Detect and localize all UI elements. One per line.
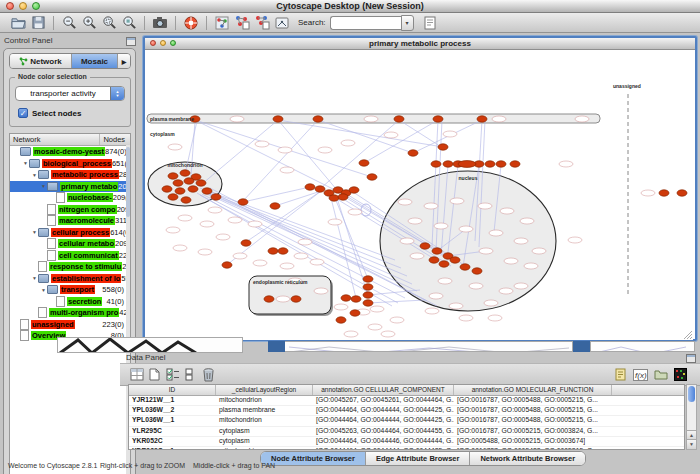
network-node-selected[interactable]: [677, 190, 687, 196]
network-node-selected[interactable]: [202, 188, 212, 194]
network-node[interactable]: [500, 208, 514, 214]
network-node[interactable]: [314, 288, 328, 294]
tree-row[interactable]: nucleobase-209(0): [10, 192, 130, 204]
network-node[interactable]: [424, 203, 438, 209]
attribute-select-button[interactable]: [128, 366, 145, 383]
network-node[interactable]: [488, 315, 502, 321]
network-node[interactable]: [641, 190, 655, 196]
network-node[interactable]: [255, 141, 269, 147]
expander-open-icon[interactable]: ▼: [22, 160, 29, 166]
network-node-selected[interactable]: [438, 144, 448, 150]
network-node-selected[interactable]: [408, 150, 418, 156]
network-node[interactable]: [559, 161, 573, 167]
network-node[interactable]: [318, 147, 332, 153]
select-attributes-button[interactable]: [164, 366, 181, 383]
scroll-down-button[interactable]: ▼: [687, 439, 696, 449]
table-cell[interactable]: [GO:0016787, GO:0005488, GO:0005215, G..…: [454, 416, 612, 425]
zoom-selected-button[interactable]: [99, 14, 119, 32]
table-cell[interactable]: YLR295C: [129, 427, 216, 436]
network-node[interactable]: [334, 304, 348, 310]
tree-row[interactable]: cell communicat22(0): [10, 250, 130, 262]
network-node[interactable]: [504, 258, 518, 264]
network-node-selected[interactable]: [443, 161, 453, 167]
network-node-selected[interactable]: [338, 194, 348, 200]
network-node-selected[interactable]: [439, 261, 449, 267]
expander-open-icon[interactable]: ▼: [40, 287, 47, 293]
network-node[interactable]: [408, 218, 422, 224]
search-input[interactable]: [330, 16, 401, 30]
annotation-button[interactable]: [252, 14, 272, 32]
tab-network-attribute-browser[interactable]: Network Attribute Browser: [470, 452, 585, 465]
network-node[interactable]: [328, 219, 342, 225]
table-cell[interactable]: cytoplasm: [216, 437, 313, 446]
tree-row[interactable]: ▼cellular process614(0): [10, 227, 130, 239]
table-cell[interactable]: [GO:0016787, GO:0005488, GO:0005215, G..…: [454, 406, 612, 415]
network-window-titlebar[interactable]: primary metabolic process: [145, 38, 695, 50]
network-node-selected[interactable]: [450, 257, 460, 263]
network-node[interactable]: [341, 140, 355, 146]
network-node-selected[interactable]: [270, 203, 280, 209]
network-node-selected[interactable]: [222, 262, 232, 268]
network-node-selected[interactable]: [359, 160, 369, 166]
network-node[interactable]: [492, 116, 506, 122]
tab-edge-attribute-browser[interactable]: Edge Attribute Browser: [366, 452, 470, 465]
select-nodes-checkbox[interactable]: ✓: [18, 108, 28, 118]
table-column-header[interactable]: annotation.GO CELLULAR_COMPONENT: [313, 385, 454, 395]
network-node-selected[interactable]: [291, 296, 301, 302]
network-node-selected[interactable]: [363, 284, 373, 290]
formula-button[interactable]: f(x): [632, 366, 649, 383]
network-node[interactable]: [344, 331, 358, 337]
table-cell[interactable]: [GO:0045267, GO:0045261, GO:0044464, G..…: [313, 396, 454, 405]
network-edge[interactable]: [202, 120, 278, 184]
network-edge[interactable]: [364, 120, 438, 163]
network-node[interactable]: [400, 238, 414, 244]
tree-row[interactable]: macromolecule311(0): [10, 215, 130, 227]
vizmapper-button[interactable]: [212, 14, 232, 32]
network-node-selected[interactable]: [341, 295, 351, 301]
network-edge[interactable]: [278, 120, 337, 190]
expander-open-icon[interactable]: ▼: [31, 275, 38, 281]
network-edge[interactable]: [321, 120, 399, 188]
network-node-selected[interactable]: [184, 178, 194, 184]
network-node[interactable]: [298, 239, 312, 245]
table-cell[interactable]: YJR121W__1: [129, 396, 216, 405]
network-node[interactable]: [178, 215, 192, 221]
matrix-view-button[interactable]: [672, 366, 689, 383]
network-node[interactable]: [384, 132, 398, 138]
network-node-selected[interactable]: [363, 276, 373, 282]
column-mode-button[interactable]: [180, 366, 197, 383]
network-node-selected[interactable]: [351, 296, 361, 302]
table-row[interactable]: YPL036W__2plasma membrane[GO:0044464, GO…: [129, 406, 684, 416]
network-node-selected[interactable]: [175, 188, 185, 194]
network-node[interactable]: [443, 131, 457, 137]
network-node[interactable]: [364, 116, 378, 122]
network-node-selected[interactable]: [485, 161, 495, 167]
network-node[interactable]: [575, 116, 589, 122]
tree-row[interactable]: ▼establishment of lo558(0): [10, 273, 130, 285]
table-cell[interactable]: [GO:0044464, GO:0044444, GO:0044425, G..…: [313, 406, 454, 415]
network-node-selected[interactable]: [180, 170, 190, 176]
table-cell[interactable]: [GO:0044464, GO:0044444, GO:0044425, G..…: [313, 447, 454, 450]
table-cell[interactable]: [GO:0016787, GO:0005215, GO:0003824, G..…: [454, 427, 612, 436]
network-node[interactable]: [459, 226, 473, 232]
network-edge[interactable]: [399, 120, 443, 148]
network-node[interactable]: [478, 203, 492, 209]
network-node[interactable]: [248, 221, 262, 227]
network-node[interactable]: [450, 198, 464, 204]
network-edge[interactable]: [278, 120, 443, 147]
network-node-selected[interactable]: [181, 197, 191, 203]
network-node[interactable]: [524, 263, 538, 269]
network-node-selected[interactable]: [336, 317, 346, 323]
network-node-selected[interactable]: [349, 187, 359, 193]
network-node-selected[interactable]: [472, 268, 482, 274]
network-node[interactable]: [216, 234, 230, 240]
tree-row[interactable]: unassigned223(0): [10, 319, 130, 331]
network-node[interactable]: [276, 296, 290, 302]
table-cell[interactable]: [GO:0016787, GO:0005488, GO:0005215, G..…: [454, 447, 612, 450]
new-attribute-button[interactable]: [146, 366, 163, 383]
network-node[interactable]: [294, 253, 308, 259]
network-node[interactable]: [173, 245, 187, 251]
zoom-fit-button[interactable]: [119, 14, 139, 32]
tree-header-network[interactable]: Network: [10, 134, 100, 145]
open-session-button[interactable]: [8, 14, 28, 32]
